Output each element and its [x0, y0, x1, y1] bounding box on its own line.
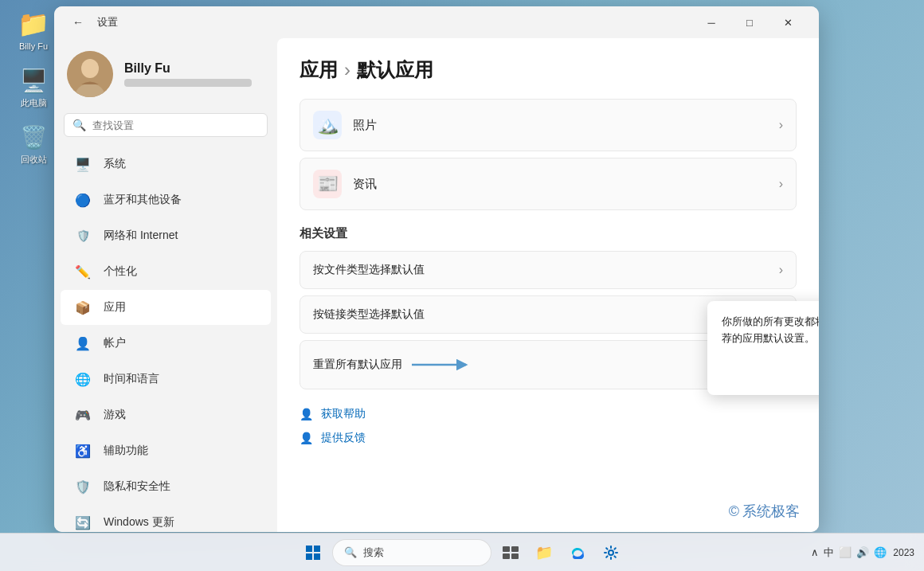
breadcrumb-parent: 应用 — [300, 57, 338, 83]
svg-rect-9 — [503, 546, 510, 552]
svg-point-1 — [81, 59, 99, 78]
time-language-icon: 🌐 — [73, 370, 92, 389]
related-settings-title: 相关设置 — [300, 226, 797, 241]
setting-item-file-type[interactable]: 按文件类型选择默认值 › — [300, 251, 797, 289]
desktop-icon-billy-fu[interactable]: 📁 Billy Fu — [8, 8, 59, 52]
network-icon: 🛡️ — [73, 226, 92, 245]
page-header: 应用 › 默认应用 — [300, 57, 797, 83]
feedback-link[interactable]: 👤 提供反馈 — [300, 426, 797, 450]
tray-expand-icon[interactable]: ∧ — [811, 546, 819, 558]
app-item-news[interactable]: 📰 资讯 › — [300, 158, 797, 210]
svg-rect-5 — [306, 546, 312, 552]
maximize-button[interactable]: □ — [731, 10, 768, 35]
get-help-link[interactable]: 👤 获取帮助 — [300, 402, 797, 426]
reset-label: 重置所有默认应用 — [313, 358, 402, 372]
page-title: 默认应用 — [357, 57, 433, 83]
settings-taskbar-button[interactable] — [597, 538, 625, 567]
sidebar-item-label: 蓝牙和其他设备 — [104, 193, 182, 207]
svg-rect-10 — [511, 546, 519, 552]
sidebar-item-label: 帐户 — [104, 336, 126, 350]
apps-icon: 📦 — [73, 298, 92, 317]
setting-label: 按文件类型选择默认值 — [313, 263, 425, 277]
popup-message: 你所做的所有更改都将重置为 Microsoft 推荐的应用默认设置。 — [722, 314, 819, 347]
sidebar-item-bluetooth[interactable]: 🔵 蓝牙和其他设备 — [61, 182, 271, 217]
taskbar-search-label: 搜索 — [363, 546, 384, 560]
sidebar-item-accounts[interactable]: 👤 帐户 — [61, 326, 271, 361]
settings-window: ← 设置 ─ □ ✕ — [54, 6, 819, 532]
settings-gear-icon — [603, 545, 619, 561]
user-email — [124, 79, 252, 87]
desktop-icon-recycle-bin[interactable]: 🗑️ 回收站 — [8, 121, 59, 165]
taskbar-year: 2023 — [893, 547, 914, 558]
sidebar-item-label: 个性化 — [104, 264, 137, 279]
get-help-label: 获取帮助 — [321, 407, 366, 421]
sidebar-item-apps[interactable]: 📦 应用 — [61, 290, 271, 325]
close-button[interactable]: ✕ — [769, 10, 806, 35]
feedback-icon: 👤 — [300, 432, 313, 444]
task-view-button[interactable] — [496, 538, 525, 567]
feedback-label: 提供反馈 — [321, 431, 366, 445]
popup-dialog: 你所做的所有更改都将重置为 Microsoft 推荐的应用默认设置。 确定 — [707, 301, 819, 395]
content-area: 应用 › 默认应用 🏔️ 照片 › 📰 — [277, 38, 819, 532]
minimize-button[interactable]: ─ — [693, 10, 730, 35]
taskbar-search[interactable]: 🔍 搜索 — [332, 539, 491, 566]
desktop: 📁 Billy Fu 🖥️ 此电脑 🗑️ 回收站 ← 设置 ─ □ ✕ — [0, 0, 924, 571]
search-icon: 🔍 — [72, 119, 86, 131]
get-help-icon: 👤 — [300, 408, 313, 420]
chevron-right-icon: › — [779, 263, 783, 277]
app-item-photos[interactable]: 🏔️ 照片 › — [300, 99, 797, 151]
sidebar-item-label: 时间和语言 — [104, 372, 159, 386]
svg-point-13 — [609, 550, 613, 555]
accounts-icon: 👤 — [73, 334, 92, 353]
multi-display-icon[interactable]: ⬜ — [839, 546, 852, 558]
ime-indicator[interactable]: 中 — [824, 546, 834, 560]
sidebar-nav: 🖥️ 系统 🔵 蓝牙和其他设备 🛡️ 网络和 Internet ✏️ 个性化 — [54, 147, 277, 532]
search-input[interactable] — [92, 119, 259, 131]
back-button[interactable]: ← — [67, 11, 89, 33]
network-tray-icon[interactable]: 🌐 — [874, 546, 887, 558]
avatar — [67, 51, 113, 97]
chevron-right-icon: › — [779, 118, 783, 132]
system-tray: ∧ 中 ⬜ 🔊 🌐 — [811, 546, 887, 560]
sidebar-item-gaming[interactable]: 🎮 游戏 — [61, 397, 271, 432]
edge-icon — [570, 545, 585, 561]
sidebar-item-windows-update[interactable]: 🔄 Windows 更新 — [61, 505, 271, 532]
help-links: 👤 获取帮助 👤 提供反馈 — [300, 402, 797, 450]
recycle-bin-icon: 🗑️ — [18, 121, 49, 153]
watermark: © 系统极客 — [729, 502, 800, 521]
desktop-icon-label: 此电脑 — [21, 98, 47, 108]
sidebar-item-time-language[interactable]: 🌐 时间和语言 — [61, 362, 271, 397]
title-bar: ← 设置 ─ □ ✕ — [54, 6, 819, 38]
reset-arrow-icon — [410, 359, 474, 370]
update-icon: 🔄 — [73, 513, 92, 532]
gaming-icon: 🎮 — [73, 405, 92, 424]
windows-start-button[interactable] — [299, 538, 327, 567]
sidebar-item-label: 游戏 — [104, 408, 126, 422]
sidebar-item-personalization[interactable]: ✏️ 个性化 — [61, 254, 271, 289]
sidebar-item-network[interactable]: 🛡️ 网络和 Internet — [61, 218, 271, 253]
user-profile[interactable]: Billy Fu — [54, 38, 277, 113]
sidebar-item-system[interactable]: 🖥️ 系统 — [61, 147, 271, 182]
news-icon: 📰 — [313, 170, 342, 198]
sidebar-item-label: 系统 — [104, 157, 126, 171]
window-title: 设置 — [97, 15, 118, 29]
sidebar-item-label: 隐私和安全性 — [104, 479, 170, 494]
sidebar-item-label: Windows 更新 — [104, 515, 174, 530]
sidebar-item-accessibility[interactable]: ♿ 辅助功能 — [61, 433, 271, 468]
svg-rect-7 — [306, 553, 312, 560]
app-item-left: 🏔️ 照片 — [313, 111, 377, 139]
file-explorer-button[interactable]: 📁 — [530, 538, 558, 567]
edge-browser-button[interactable] — [563, 538, 592, 567]
volume-icon[interactable]: 🔊 — [856, 546, 869, 558]
personalization-icon: ✏️ — [73, 262, 92, 281]
desktop-icon-this-pc[interactable]: 🖥️ 此电脑 — [8, 65, 59, 108]
task-view-icon — [503, 546, 519, 559]
user-info: Billy Fu — [124, 61, 264, 87]
search-box[interactable]: 🔍 — [64, 113, 268, 137]
watermark-text: 系统极客 — [742, 502, 800, 521]
sidebar: Billy Fu 🔍 🖥️ 系统 🔵 — [54, 38, 277, 532]
accessibility-icon: ♿ — [73, 441, 92, 460]
sidebar-item-privacy[interactable]: 🛡️ 隐私和安全性 — [61, 469, 271, 504]
window-controls: ─ □ ✕ — [693, 10, 806, 35]
svg-rect-11 — [503, 553, 510, 559]
